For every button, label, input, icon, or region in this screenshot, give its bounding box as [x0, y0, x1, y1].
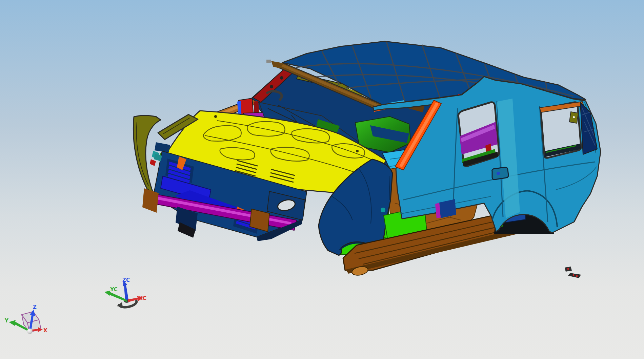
debris-red-dot — [573, 274, 575, 276]
wcs-x-label[interactable]: XC — [139, 295, 146, 301]
door-handle-pocket[interactable] — [492, 167, 508, 180]
debris-red-dot — [576, 275, 578, 277]
wcs-y-label[interactable]: YC — [110, 287, 117, 293]
abs-origin-sphere — [27, 329, 33, 334]
abs-y-label: Y — [4, 318, 9, 324]
abs-z-label: Z — [33, 304, 37, 310]
hood-pin — [356, 150, 359, 152]
pillar-hole — [270, 85, 273, 88]
header-gray-bit — [266, 60, 271, 63]
fender-hole — [381, 208, 385, 212]
handle-dot — [497, 172, 500, 175]
pillar-hole — [280, 76, 283, 80]
abs-x-label: X — [43, 328, 47, 334]
bracket-hole — [573, 116, 575, 118]
wcs-z-label[interactable]: ZC — [122, 277, 130, 283]
hood-pin — [214, 115, 217, 118]
cad-viewport[interactable]: ZC YC XC Z Y X — [0, 0, 644, 359]
debris-red-dot — [567, 268, 569, 270]
sill-box-navy[interactable] — [439, 199, 456, 218]
